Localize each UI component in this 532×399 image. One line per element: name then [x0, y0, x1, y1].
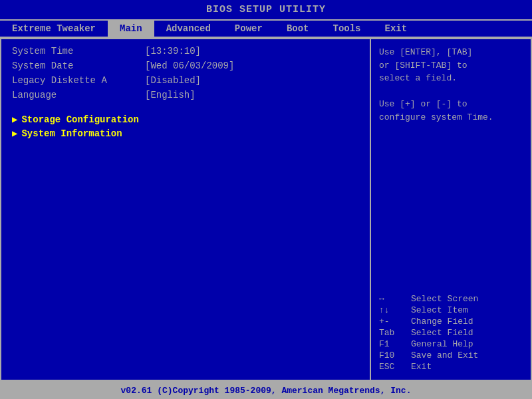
shortcut-desc: Save and Exit — [411, 350, 478, 360]
setting-value[interactable]: [13:39:10] — [145, 46, 201, 57]
submenu-label: System Information — [21, 128, 122, 139]
submenu-label: Storage Configuration — [21, 114, 138, 125]
table-row: Language[English] — [12, 90, 359, 100]
shortcut-desc: Select Field — [411, 328, 473, 338]
setting-value[interactable]: [Wed 06/03/2009] — [145, 61, 234, 71]
shortcut-desc: Select Screen — [411, 294, 478, 304]
shortcut-row: F1General Help — [379, 339, 523, 349]
nav-item-exit[interactable]: Exit — [373, 21, 420, 37]
nav-item-power[interactable]: Power — [223, 21, 275, 37]
content-area: System Time[13:39:10]System Date[Wed 06/… — [0, 38, 532, 381]
footer: v02.61 (C)Copyright 1985-2009, American … — [0, 381, 532, 399]
shortcut-key: +- — [379, 317, 411, 327]
nav-item-tools[interactable]: Tools — [321, 21, 372, 37]
shortcut-row: ↑↓Select Item — [379, 305, 523, 315]
shortcut-key: F10 — [379, 350, 411, 360]
shortcut-key: ↔ — [379, 294, 411, 304]
shortcut-row: ↔Select Screen — [379, 294, 523, 304]
shortcut-row: ESCExit — [379, 362, 523, 372]
setting-label: Language — [12, 90, 145, 100]
arrow-icon: ▶ — [12, 128, 17, 139]
nav-item-extreme-tweaker[interactable]: Extreme Tweaker — [0, 21, 108, 37]
table-row: System Date[Wed 06/03/2009] — [12, 61, 359, 71]
shortcut-key: ESC — [379, 362, 411, 372]
footer-text: v02.61 (C)Copyright 1985-2009, American … — [121, 386, 412, 396]
help-text: Use [ENTER], [TAB] or [SHIFT-TAB] to sel… — [379, 46, 523, 124]
table-row: Legacy Diskette A[Disabled] — [12, 75, 359, 86]
settings-list: System Time[13:39:10]System Date[Wed 06/… — [12, 46, 359, 100]
app-title: BIOS SETUP UTILITY — [206, 4, 326, 15]
nav-item-boot[interactable]: Boot — [275, 21, 321, 37]
right-panel: Use [ENTER], [TAB] or [SHIFT-TAB] to sel… — [371, 39, 531, 380]
shortcut-desc: Exit — [411, 362, 432, 372]
left-panel: System Time[13:39:10]System Date[Wed 06/… — [1, 39, 371, 380]
setting-label: System Time — [12, 46, 145, 57]
title-bar: BIOS SETUP UTILITY — [0, 0, 532, 19]
shortcut-key: F1 — [379, 339, 411, 349]
shortcut-desc: General Help — [411, 339, 473, 349]
submenu-item[interactable]: ▶System Information — [12, 128, 359, 139]
setting-value[interactable]: [English] — [145, 90, 196, 100]
bios-app: BIOS SETUP UTILITY Extreme TweakerMainAd… — [0, 0, 532, 399]
setting-label: Legacy Diskette A — [12, 75, 145, 86]
table-row: System Time[13:39:10] — [12, 46, 359, 57]
setting-label: System Date — [12, 61, 145, 71]
shortcut-key: ↑↓ — [379, 305, 411, 315]
submenu-item[interactable]: ▶Storage Configuration — [12, 114, 359, 125]
nav-bar: Extreme TweakerMainAdvancedPowerBootTool… — [0, 19, 532, 38]
shortcut-row: F10Save and Exit — [379, 350, 523, 360]
submenus-list: ▶Storage Configuration▶System Informatio… — [12, 114, 359, 139]
shortcut-key: Tab — [379, 328, 411, 338]
nav-item-advanced[interactable]: Advanced — [154, 21, 223, 37]
shortcut-list: ↔Select Screen↑↓Select Item+-Change Fiel… — [379, 294, 523, 373]
shortcut-row: +-Change Field — [379, 317, 523, 327]
arrow-icon: ▶ — [12, 114, 17, 125]
nav-item-main[interactable]: Main — [108, 21, 154, 37]
setting-value[interactable]: [Disabled] — [145, 75, 201, 86]
shortcut-desc: Change Field — [411, 317, 473, 327]
shortcut-row: TabSelect Field — [379, 328, 523, 338]
shortcut-desc: Select Item — [411, 305, 468, 315]
